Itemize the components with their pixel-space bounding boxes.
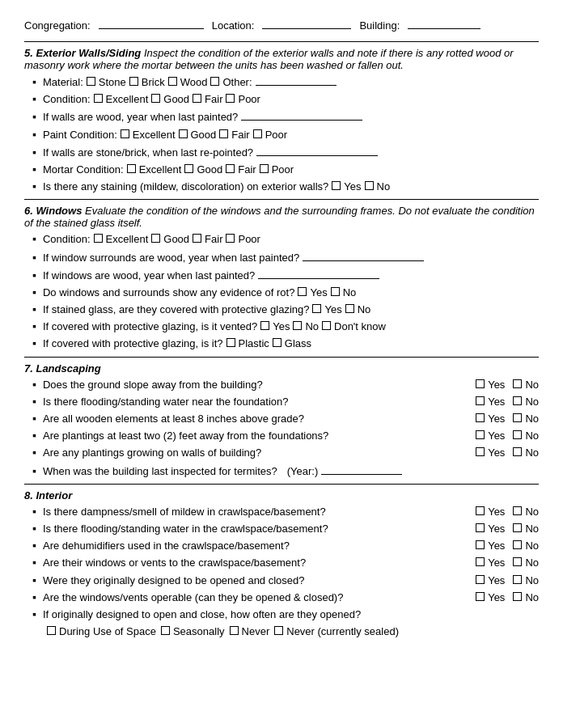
material-other-field[interactable] (256, 74, 337, 86)
list-item: ▪ Do windows and surrounds show any evid… (32, 286, 539, 300)
section-8: 8. Interior ▪ Is there dampness/smell of… (24, 489, 539, 637)
list-item: ▪ Condition: Excellent Good Fair Poor (32, 92, 539, 107)
building-field[interactable] (408, 16, 480, 29)
material-other: Other: (210, 75, 252, 90)
stone-repointed-field[interactable] (256, 145, 378, 156)
list-item: ▪ Are their windows or vents to the craw… (32, 556, 539, 570)
list-item: ▪ Are all wooden elements at least 8 inc… (32, 412, 539, 426)
list-item: ▪ Mortar Condition: Excellent Good Fair … (32, 163, 539, 177)
congregation-field[interactable] (99, 16, 204, 29)
list-item: ▪ Does the ground slope away from the bu… (32, 378, 539, 392)
section-5-list: ▪ Material: Stone Brick Wood Other: ▪ Co… (32, 74, 539, 194)
list-item: ▪ If walls are stone/brick, when last re… (32, 145, 539, 160)
list-item: ▪ If window surrounds are wood, year whe… (32, 250, 539, 265)
section-8-list: ▪ Is there dampness/smell of mildew in c… (32, 505, 539, 622)
list-item: ▪ Condition: Excellent Good Fair Poor (32, 232, 539, 247)
during-use-option: During Use of Space (47, 625, 156, 637)
list-item: ▪ If walls are wood, year when last pain… (32, 109, 539, 125)
list-item: ▪ Is there flooding/standing water in th… (32, 522, 539, 536)
divider-5-6 (24, 199, 539, 200)
section-5: 5. Exterior Walls/Siding Inspect the con… (24, 47, 539, 194)
list-item: ▪ If windows are wood, year when last pa… (32, 268, 539, 283)
never-sealed-option: Never (currently sealed) (274, 625, 399, 637)
windows-painted-field[interactable] (258, 268, 379, 279)
wood-painted-field[interactable] (241, 109, 362, 121)
section-7-title: 7. Landscaping (24, 362, 539, 375)
list-item: ▪ Material: Stone Brick Wood Other: (32, 74, 539, 90)
list-item: ▪ Is there flooding/standing water near … (32, 395, 539, 409)
termite-year-field[interactable] (321, 463, 402, 475)
frequency-options: During Use of Space Seasonally Never Nev… (47, 625, 539, 637)
list-item: ▪ Are any plantings growing on walls of … (32, 446, 539, 460)
congregation-label: Congregation: (24, 19, 91, 32)
divider-top (24, 41, 539, 42)
material-wood: Wood (168, 75, 208, 90)
list-item: ▪ Are dehumidifiers used in the crawlspa… (32, 539, 539, 553)
section-7-list: ▪ Does the ground slope away from the bu… (32, 378, 539, 479)
location-label: Location: (212, 19, 255, 32)
divider-6-7 (24, 357, 539, 358)
section-6-title: 6. Windows Evaluate the condition of the… (24, 205, 539, 229)
list-item: ▪ If originally designed to open and clo… (32, 607, 539, 622)
building-label: Building: (359, 19, 400, 32)
surrounds-painted-field[interactable] (303, 250, 424, 261)
section-5-title: 5. Exterior Walls/Siding Inspect the con… (24, 47, 539, 71)
header: Congregation: Location: Building: (24, 16, 539, 32)
list-item: ▪ Is there dampness/smell of mildew in c… (32, 505, 539, 519)
list-item: ▪ Are the windows/vents operable (can th… (32, 590, 539, 605)
list-item: ▪ If covered with protective glazing, is… (32, 320, 539, 334)
material-stone: Stone (87, 75, 126, 90)
list-item: ▪ When was the building last inspected f… (32, 463, 539, 479)
never-option: Never (230, 625, 270, 637)
section-7: 7. Landscaping ▪ Does the ground slope a… (24, 362, 539, 479)
divider-7-8 (24, 484, 539, 485)
list-item: ▪ Are plantings at least two (2) feet aw… (32, 429, 539, 443)
section-8-title: 8. Interior (24, 489, 539, 502)
seasonally-option: Seasonally (161, 625, 225, 637)
material-brick: Brick (129, 75, 165, 90)
section-6-list: ▪ Condition: Excellent Good Fair Poor ▪ … (32, 232, 539, 351)
list-item: ▪ If stained glass, are they covered wit… (32, 303, 539, 317)
list-item: ▪ Were they originally designed to be op… (32, 574, 539, 588)
list-item: ▪ If covered with protective glazing, is… (32, 336, 539, 351)
list-item: ▪ Paint Condition: Excellent Good Fair P… (32, 128, 539, 142)
section-6: 6. Windows Evaluate the condition of the… (24, 205, 539, 351)
list-item: ▪ Is there any staining (mildew, discolo… (32, 180, 539, 194)
location-field[interactable] (262, 16, 351, 29)
